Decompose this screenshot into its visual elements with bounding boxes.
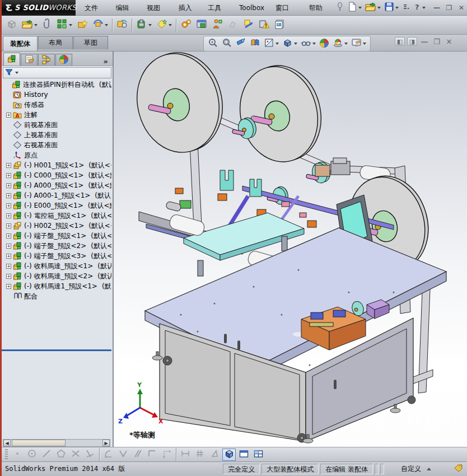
- menu-8[interactable]: 帮助(H): [303, 2, 335, 14]
- tree-item-7[interactable]: 右视基准面: [2, 140, 111, 150]
- tree-item-5[interactable]: 前视基准面: [2, 120, 111, 130]
- child-minimize-button[interactable]: —: [419, 37, 429, 46]
- snap-angle[interactable]: [83, 449, 97, 461]
- commandmanager-tab-1[interactable]: 装配体: [3, 36, 38, 51]
- zoom-area-button[interactable]: [221, 37, 233, 50]
- menu-1[interactable]: 文件(F): [79, 2, 110, 14]
- snap-line[interactable]: [40, 449, 53, 461]
- help-button[interactable]: ?: [412, 2, 427, 13]
- minimize-button[interactable]: —: [431, 3, 443, 13]
- menu-2[interactable]: 编辑(E): [110, 2, 141, 14]
- reference-geometry-button[interactable]: [155, 17, 174, 33]
- snap-grid[interactable]: [193, 449, 207, 461]
- display-style-button[interactable]: [281, 37, 298, 50]
- tree-item-4[interactable]: +A注解: [2, 110, 111, 120]
- snap-length[interactable]: [179, 449, 192, 461]
- display-style-button-caret-icon[interactable]: [294, 43, 297, 45]
- insert-component-button[interactable]: [20, 17, 39, 32]
- tree-item-14[interactable]: +(-) 電控箱_預設<1>(默认<: [2, 211, 111, 221]
- snap-center[interactable]: [25, 449, 39, 461]
- commandmanager-tab-3[interactable]: 草图: [73, 36, 108, 49]
- list-button[interactable]: Ξ.: [401, 2, 411, 13]
- featuremanager-tab[interactable]: [3, 53, 20, 66]
- view-settings-button-caret-icon[interactable]: [363, 43, 366, 45]
- tree-item-10[interactable]: +(-) C000_預設<1>(默认<默: [2, 170, 111, 180]
- exploded-view-button[interactable]: [210, 17, 225, 33]
- tree-item-2[interactable]: History: [2, 90, 111, 100]
- panel-tabs-overflow-button[interactable]: »: [104, 57, 108, 66]
- snap-tangent[interactable]: [102, 449, 115, 461]
- smart-fasteners-button[interactable]: [75, 17, 90, 33]
- reference-geometry-button-caret-icon[interactable]: [169, 24, 172, 26]
- expand-toggle[interactable]: +: [6, 284, 11, 289]
- status-custom-dropdown[interactable]: 自定义: [386, 464, 446, 474]
- save-button-caret-icon[interactable]: [395, 7, 399, 9]
- menu-5[interactable]: 工具(T): [202, 2, 233, 14]
- expand-toggle[interactable]: +: [6, 264, 11, 269]
- menu-3[interactable]: 视图(V): [141, 2, 173, 14]
- close-button[interactable]: ✕: [455, 3, 467, 13]
- tree-item-1[interactable]: 连接器插PIN折料自动机(默认<: [2, 80, 111, 90]
- expand-toggle[interactable]: +: [6, 274, 11, 279]
- tree-item-9[interactable]: +(-) H001_預設<1>(默认<<默: [2, 160, 111, 170]
- configurationmanager-tab[interactable]: [38, 54, 55, 66]
- new-document-button-caret-icon[interactable]: [358, 7, 362, 9]
- tree-item-11[interactable]: +(-) A000_預設<1>(默认<默: [2, 180, 111, 190]
- expand-toggle[interactable]: +: [6, 213, 11, 218]
- graphics-viewport[interactable]: Y X Z *等轴测: [114, 52, 467, 448]
- split-pane-toggle[interactable]: [251, 449, 265, 461]
- open-document-button-caret-icon[interactable]: [377, 7, 381, 9]
- show-hidden-components-button[interactable]: [115, 17, 129, 33]
- tree-item-19[interactable]: +(-) 收料馬達_預設<1>(默认: [2, 261, 111, 271]
- tile-right-button[interactable]: ◨: [407, 37, 417, 46]
- tree-item-12[interactable]: +(-) A000-1_預設<1>(默认<: [2, 190, 111, 200]
- window-pane-toggle[interactable]: [237, 449, 250, 461]
- snap-points[interactable]: [160, 449, 174, 461]
- tree-item-16[interactable]: +(-) 端子盤_預設<1>(默认<: [2, 231, 111, 241]
- child-close-button[interactable]: ✕: [444, 37, 454, 46]
- scroll-thumb[interactable]: [12, 440, 66, 446]
- menu-6[interactable]: Toolbox: [233, 2, 270, 14]
- toolbar-grip[interactable]: [5, 449, 8, 460]
- appearance-card-button[interactable]: [273, 17, 286, 33]
- tree-item-20[interactable]: +(-) 收料馬達_預設<2>(默认: [2, 271, 111, 281]
- commandmanager-tab-2[interactable]: 布局: [38, 36, 73, 49]
- menu-7[interactable]: 窗口(W): [270, 2, 303, 14]
- snap-perpendicular[interactable]: [116, 449, 130, 461]
- help-button-caret-icon[interactable]: [422, 7, 426, 9]
- tree-item-13[interactable]: +(-) E000_預設<1>(默认<默: [2, 200, 111, 211]
- apply-scene-button[interactable]: [331, 37, 349, 50]
- save-button[interactable]: [383, 1, 400, 14]
- propertymanager-tab[interactable]: [21, 54, 38, 66]
- magnified-selection-button[interactable]: [235, 37, 247, 50]
- assembly-features-button[interactable]: [134, 17, 153, 33]
- hide-show-items-button-caret-icon[interactable]: [312, 43, 316, 45]
- section-view-button[interactable]: [249, 37, 261, 50]
- explode-line-sketch-button[interactable]: [226, 17, 240, 33]
- large-assembly-mode-toggle[interactable]: [222, 449, 236, 461]
- zoom-fit-button[interactable]: [207, 37, 220, 50]
- snap-point[interactable]: [11, 449, 24, 461]
- tree-item-6[interactable]: 上视基准面: [2, 130, 111, 140]
- new-motion-study-button[interactable]: [179, 17, 193, 33]
- view-orientation-button[interactable]: [263, 37, 280, 50]
- edit-part-button[interactable]: [4, 17, 19, 33]
- expand-toggle[interactable]: +: [6, 113, 11, 118]
- assembly-features-button-caret-icon[interactable]: [148, 24, 152, 26]
- expand-toggle[interactable]: +: [6, 244, 11, 249]
- move-component-button-caret-icon[interactable]: [105, 24, 108, 26]
- tree-item-21[interactable]: +(-) 收料馬達1_預設<1>(默: [2, 281, 111, 291]
- mate-button[interactable]: [40, 17, 54, 33]
- tile-left-button[interactable]: ◧: [395, 37, 405, 46]
- tree-item-3[interactable]: 传感器: [2, 100, 111, 110]
- tree-item-22[interactable]: 配合: [2, 291, 111, 301]
- expand-toggle[interactable]: +: [6, 193, 11, 198]
- tree-horizontal-scrollbar[interactable]: ◀ ▶: [3, 439, 110, 447]
- snap-intersection[interactable]: [69, 449, 82, 461]
- tree-item-8[interactable]: *原点: [2, 150, 111, 160]
- new-document-button[interactable]: [346, 1, 363, 14]
- pushpin-icon[interactable]: [337, 2, 343, 13]
- edit-appearance-button[interactable]: [318, 38, 330, 50]
- instant3d-button[interactable]: [241, 17, 256, 33]
- expand-toggle[interactable]: +: [6, 223, 11, 228]
